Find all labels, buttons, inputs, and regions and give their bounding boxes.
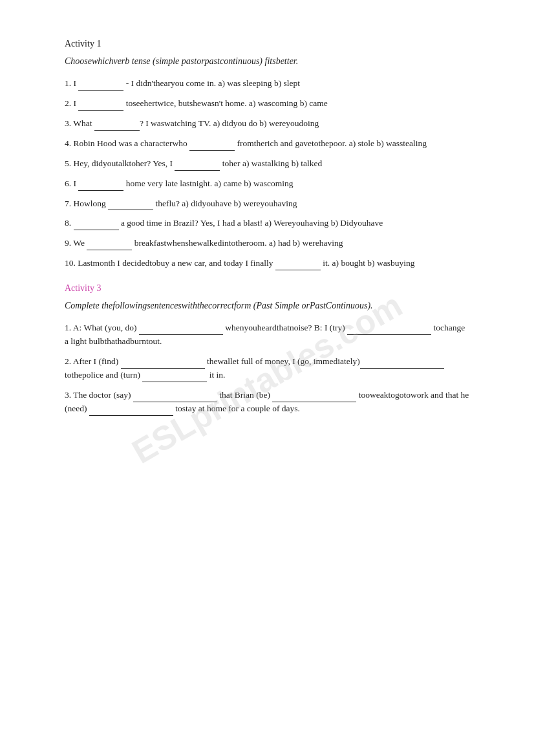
question-4: 4. Robin Hood was a characterwho fromthe… bbox=[65, 137, 469, 151]
blank-9 bbox=[87, 241, 132, 250]
blank-4 bbox=[189, 142, 235, 151]
activity3-questions: 1. A: What (you, do) whenyouheardthatnoi… bbox=[65, 321, 469, 416]
blank-2 bbox=[78, 102, 123, 111]
blank-a2-1 bbox=[121, 360, 205, 369]
activity1-questions: 1. I - I didn'thearyou come in. a) was s… bbox=[65, 77, 469, 270]
question-3: 3. What ? I waswatching TV. a) didyou do… bbox=[65, 117, 469, 131]
blank-a2-3 bbox=[142, 373, 207, 382]
question-8: 8. a good time in Brazil? Yes, I had a b… bbox=[65, 217, 469, 230]
question-5: 5. Hey, didyoutalktoher? Yes, I toher a)… bbox=[65, 157, 469, 171]
blank-6 bbox=[78, 182, 123, 191]
activity3-title: Activity 3 bbox=[65, 283, 469, 294]
activity1-section: Activity 1 Choosewhichverb tense (simple… bbox=[65, 39, 469, 270]
blank-a3-2 bbox=[272, 393, 356, 402]
blank-5 bbox=[175, 162, 220, 171]
question-1: 1. I - I didn'thearyou come in. a) was s… bbox=[65, 77, 469, 91]
question-7: 7. Howlong theflu? a) didyouhave b) were… bbox=[65, 197, 469, 211]
activity3-question-3: 3. The doctor (say) that Brian (be) toow… bbox=[65, 389, 469, 416]
page: ESLprintables.com Activity 1 Choosewhich… bbox=[0, 0, 534, 756]
activity3-instruction: Complete thefollowingsentenceswiththecor… bbox=[65, 299, 469, 312]
blank-a1-2 bbox=[347, 326, 431, 335]
question-2: 2. I toseehertwice, butshewasn't home. a… bbox=[65, 97, 469, 111]
activity1-instruction: Choosewhichverb tense (simple pastorpast… bbox=[65, 54, 469, 68]
blank-7 bbox=[108, 201, 153, 210]
blank-3 bbox=[94, 122, 140, 131]
blank-a3-3 bbox=[89, 407, 173, 416]
blank-10 bbox=[275, 261, 321, 270]
question-10: 10. Lastmonth I decidedtobuy a new car, … bbox=[65, 257, 469, 270]
blank-a2-2 bbox=[360, 360, 444, 369]
blank-1 bbox=[78, 81, 123, 91]
activity3-question-1: 1. A: What (you, do) whenyouheardthatnoi… bbox=[65, 321, 469, 349]
blank-a3-1 bbox=[133, 393, 217, 402]
activity3-question-2: 2. After I (find) thewallet full of mone… bbox=[65, 355, 469, 382]
activity1-title: Activity 1 bbox=[65, 39, 469, 49]
question-6: 6. I home very late lastnight. a) came b… bbox=[65, 177, 469, 191]
blank-a1-1 bbox=[139, 326, 223, 335]
blank-8 bbox=[74, 221, 119, 230]
activity3-section: Activity 3 Complete thefollowingsentence… bbox=[65, 283, 469, 416]
question-9: 9. We breakfastwhenshewalkedintotheroom.… bbox=[65, 237, 469, 250]
